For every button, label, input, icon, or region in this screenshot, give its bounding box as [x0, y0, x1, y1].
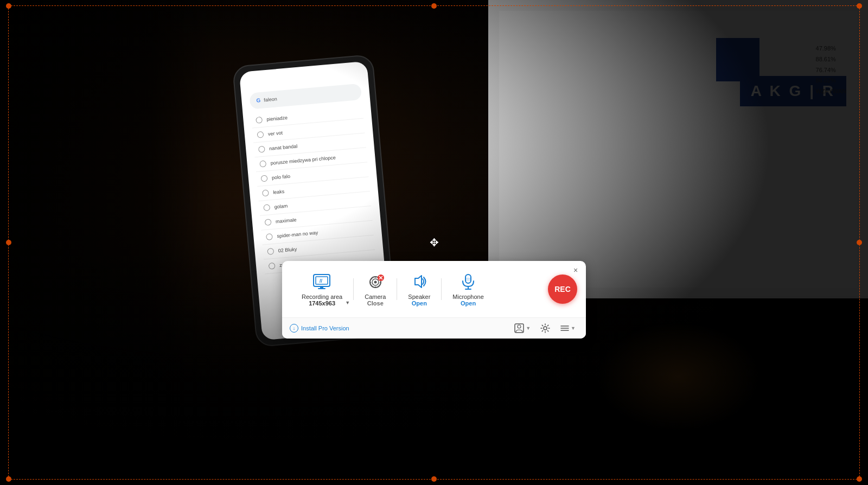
- recording-toolbar: × // Recording area 1745x963 ▼: [282, 261, 586, 339]
- toolbar-footer-right: ▼ ▼: [511, 321, 578, 335]
- toolbar-main: // Recording area 1745x963 ▼: [282, 261, 586, 317]
- microphone-item[interactable]: Microphone Open: [442, 267, 494, 311]
- svg-point-7: [374, 281, 376, 284]
- recording-area-icon: //: [312, 272, 332, 291]
- rec-button[interactable]: REC: [548, 275, 577, 304]
- svg-text://: //: [320, 278, 323, 284]
- svg-point-14: [370, 282, 371, 283]
- avatar-button[interactable]: ▼: [511, 321, 533, 335]
- svg-point-26: [518, 325, 521, 328]
- svg-marker-19: [415, 276, 422, 288]
- svg-point-15: [371, 278, 372, 279]
- speaker-label: Speaker: [408, 293, 430, 300]
- speaker-icon: [410, 272, 429, 291]
- avatar-icon: [514, 323, 525, 334]
- microphone-sublabel: Open: [461, 300, 476, 307]
- microphone-label: Microphone: [452, 293, 483, 300]
- camera-item[interactable]: Camera Close: [354, 267, 397, 311]
- svg-point-27: [544, 327, 547, 330]
- camera-sublabel: Close: [367, 300, 384, 307]
- phone-screen-content: G faleon pieniadze ver vot nanat bandal …: [239, 61, 385, 283]
- laptop-screen: 47.98% 88.61% 76.74% 86.02% WZFYWAN A K …: [488, 0, 868, 298]
- install-pro-link[interactable]: ↓ Install Pro Version: [290, 324, 349, 333]
- svg-rect-3: [320, 286, 323, 288]
- svg-point-12: [375, 286, 376, 288]
- menu-chevron: ▼: [571, 326, 576, 331]
- speaker-item[interactable]: Speaker Open: [397, 267, 441, 311]
- settings-icon: [540, 323, 550, 333]
- settings-button[interactable]: [538, 322, 553, 335]
- camera-icon: [366, 272, 385, 291]
- laptop-screen-inner: 47.98% 88.61% 76.74% 86.02% WZFYWAN A K …: [499, 11, 857, 288]
- close-button[interactable]: ×: [571, 265, 580, 275]
- install-pro-label: Install Pro Version: [301, 325, 349, 331]
- speaker-sublabel: Open: [412, 300, 427, 307]
- menu-button[interactable]: ▼: [557, 322, 578, 335]
- install-pro-icon: ↓: [290, 324, 298, 333]
- recording-area-label: Recording area: [302, 293, 342, 300]
- blue-decorative-square: [716, 38, 760, 81]
- svg-point-8: [375, 277, 376, 278]
- camera-label: Camera: [365, 293, 386, 300]
- svg-rect-20: [465, 275, 471, 283]
- avatar-chevron: ▼: [526, 326, 531, 331]
- laptop-stats-text: 47.98% 88.61% 76.74% 86.02% WZFYWAN: [816, 43, 846, 97]
- svg-point-11: [379, 285, 380, 286]
- toolbar-footer: ↓ Install Pro Version ▼: [282, 317, 586, 339]
- recording-area-sublabel: 1745x963: [309, 300, 335, 307]
- svg-rect-4: [318, 288, 326, 289]
- recording-area-item[interactable]: // Recording area 1745x963 ▼: [291, 267, 353, 311]
- recording-area-dropdown[interactable]: ▼: [345, 300, 350, 305]
- svg-point-13: [371, 285, 372, 286]
- microphone-icon: [458, 272, 478, 291]
- svg-point-10: [380, 282, 381, 283]
- menu-icon: [560, 323, 570, 333]
